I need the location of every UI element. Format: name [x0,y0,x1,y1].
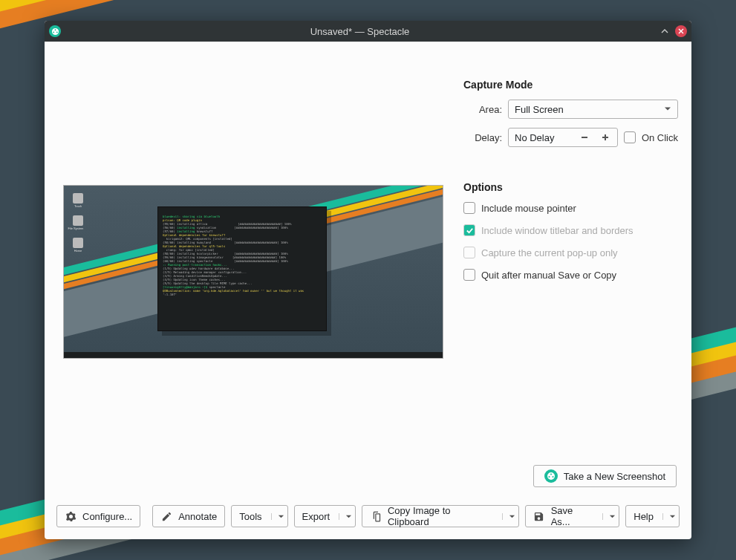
chevron-down-icon [339,513,352,520]
chevron-down-icon [502,513,515,520]
area-value: Full Screen [515,104,564,115]
take-screenshot-button[interactable]: Take a New Screenshot [533,465,677,487]
delay-label: Delay: [463,132,502,143]
option-label: Capture the current pop-up only [481,247,618,258]
screenshot-preview[interactable]: Trash File System Home bluedevil: sharin… [63,185,443,359]
aperture-icon [544,469,558,483]
tools-label: Tools [239,511,261,522]
chevron-down-icon [662,513,676,520]
chevron-down-icon [602,513,616,520]
on-click-label: On Click [642,132,678,143]
option-label: Include mouse pointer [481,203,576,214]
option-checkbox-quit[interactable] [463,269,475,281]
export-label: Export [302,511,330,522]
annotate-button[interactable]: Annotate [152,505,225,527]
svg-rect-0 [582,137,587,138]
option-checkbox-titlebar [463,224,475,236]
area-combobox[interactable]: Full Screen [508,100,678,119]
pencil-icon [160,510,172,522]
window-title: Unsaved* — Spectacle [65,26,654,37]
save-as-button[interactable]: Save As... [525,505,619,527]
delay-value: No Delay [515,132,573,143]
titlebar[interactable]: Unsaved* — Spectacle [45,21,691,42]
svg-rect-2 [605,134,606,140]
option-label: Include window titlebar and borders [481,225,634,236]
spectacle-window: Unsaved* — Spectacle Trash File System [45,21,691,539]
copy-clipboard-button[interactable]: Copy Image to Clipboard [362,505,519,527]
take-screenshot-label: Take a New Screenshot [564,471,665,482]
help-label: Help [634,511,654,522]
configure-label: Configure... [82,511,132,522]
annotate-label: Annotate [178,511,217,522]
export-button[interactable]: Export [294,505,356,527]
delay-spinner[interactable]: No Delay [508,128,618,147]
minimize-button[interactable] [659,25,671,37]
app-icon [49,25,61,37]
copy-label: Copy Image to Clipboard [388,505,493,527]
bottom-toolbar: Configure... Annotate Tools Export Copy … [56,498,680,527]
capture-mode-heading: Capture Mode [463,79,678,91]
options-heading: Options [463,181,678,193]
gear-icon [65,510,76,522]
save-icon [533,510,545,522]
option-checkbox-mouse-pointer[interactable] [463,202,475,214]
help-button[interactable]: Help [625,505,680,527]
save-label: Save As... [551,505,594,527]
close-button[interactable] [675,25,687,37]
option-checkbox-popup [463,247,475,258]
delay-increase-button[interactable] [596,130,614,145]
area-label: Area: [463,104,502,115]
chevron-down-icon [664,104,671,115]
clipboard-icon [370,510,382,522]
tools-button[interactable]: Tools [231,505,287,527]
on-click-checkbox[interactable] [624,131,636,143]
delay-decrease-button[interactable] [576,130,593,145]
chevron-down-icon [271,513,284,520]
option-label: Quit after manual Save or Copy [481,270,616,281]
configure-button[interactable]: Configure... [56,505,140,527]
